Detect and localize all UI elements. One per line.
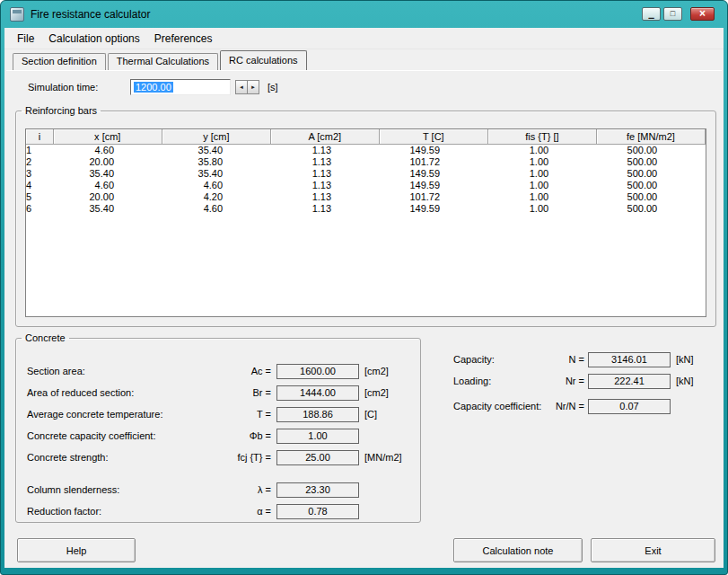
table-cell[interactable]: 500.00: [596, 191, 705, 203]
table-cell[interactable]: 1.00: [487, 203, 596, 215]
table-row[interactable]: 6 35.40 4.60 1.13 149.59 1.00 500.00: [26, 203, 706, 215]
table-cell[interactable]: 35.40: [53, 203, 162, 215]
minimize-button[interactable]: ▁: [642, 7, 661, 21]
value-box: 25.00: [276, 450, 359, 465]
table-cell[interactable]: 149.59: [379, 180, 487, 191]
column-header-fe[interactable]: fe [MN/m2]: [596, 129, 705, 145]
concrete-row-slenderness: Column slenderness: λ = 23.30: [27, 482, 413, 498]
column-header-t[interactable]: T [C]: [379, 129, 487, 145]
table-cell[interactable]: 500.00: [596, 180, 705, 191]
value-box: 0.78: [276, 504, 359, 519]
field-symbol: Br =: [220, 387, 271, 398]
table-cell[interactable]: 1.13: [270, 168, 379, 180]
table-cell[interactable]: 1.00: [487, 180, 596, 191]
table-cell[interactable]: 4: [26, 180, 53, 191]
table-cell[interactable]: 1.00: [487, 191, 596, 203]
field-symbol: Nr =: [543, 376, 584, 386]
table-cell[interactable]: 20.00: [53, 156, 162, 168]
maximize-button[interactable]: □: [663, 7, 682, 21]
table-row[interactable]: 1 4.60 35.40 1.13 149.59 1.00 500.00: [26, 145, 706, 157]
menu-calculation-options[interactable]: Calculation options: [41, 30, 146, 48]
table-row[interactable]: 5 20.00 4.20 1.13 101.72 1.00 500.00: [26, 191, 706, 203]
table-cell[interactable]: 4.60: [162, 180, 270, 191]
tab-section-definition[interactable]: Section definition: [13, 53, 106, 70]
table-cell[interactable]: 3: [26, 168, 53, 180]
titlebar[interactable]: Fire resistance calculator ▁ □ ×: [1, 1, 727, 28]
table-cell[interactable]: 1.13: [270, 191, 379, 203]
table-row[interactable]: 3 35.40 35.40 1.13 149.59 1.00 500.00: [26, 168, 706, 180]
table-cell[interactable]: 35.40: [162, 168, 270, 180]
column-header-i[interactable]: i: [26, 129, 53, 145]
table-cell[interactable]: 1.00: [487, 156, 596, 168]
table-cell[interactable]: 4.60: [53, 145, 162, 157]
field-label: Area of reduced section:: [27, 387, 220, 398]
table-cell[interactable]: 5: [26, 191, 53, 203]
field-symbol: Φb =: [220, 430, 271, 441]
value-box: 188.86: [276, 407, 359, 422]
table-cell[interactable]: 1.13: [270, 145, 379, 157]
table-cell[interactable]: 149.59: [379, 168, 487, 180]
table-row[interactable]: 4 4.60 4.60 1.13 149.59 1.00 500.00: [26, 180, 706, 191]
help-button[interactable]: Help: [17, 538, 136, 562]
menu-file[interactable]: File: [10, 30, 41, 48]
value-box: 1444.00: [276, 385, 359, 401]
simulation-time-label: Simulation time:: [28, 82, 98, 93]
arrow-right-icon: ►: [250, 84, 256, 90]
table-cell[interactable]: 4.60: [162, 203, 270, 215]
rc-calculations-page: Simulation time: 1200.00 ◄ ► [s] Reinfor…: [4, 71, 724, 568]
table-cell[interactable]: 35.40: [162, 145, 270, 157]
column-header-y[interactable]: y [cm]: [162, 129, 270, 145]
menu-preferences[interactable]: Preferences: [147, 30, 220, 48]
field-label: Reduction factor:: [27, 506, 220, 517]
table-cell[interactable]: 1: [26, 145, 53, 157]
table-cell[interactable]: 35.40: [53, 168, 162, 180]
table-cell[interactable]: 6: [26, 203, 53, 215]
table-cell[interactable]: 149.59: [379, 145, 487, 157]
table-cell[interactable]: 35.80: [162, 156, 270, 168]
close-button[interactable]: ×: [690, 7, 715, 21]
maximize-icon: □: [671, 10, 675, 18]
concrete-row-avg-temperature: Average concrete temperature: T = 188.86…: [27, 406, 413, 422]
field-symbol: T =: [220, 409, 271, 420]
table-cell[interactable]: 149.59: [379, 203, 487, 215]
table-cell[interactable]: 101.72: [379, 156, 487, 168]
column-header-fis[interactable]: fis {T} []: [487, 129, 596, 145]
table-cell[interactable]: 500.00: [596, 168, 705, 180]
concrete-group-label: Concrete: [22, 332, 69, 343]
table-cell[interactable]: 500.00: [596, 145, 705, 157]
value-box: 1.00: [276, 429, 359, 444]
value-box: 222.41: [588, 374, 671, 389]
spin-decrement-button[interactable]: ◄: [235, 80, 248, 94]
spin-increment-button[interactable]: ►: [247, 80, 259, 94]
exit-button[interactable]: Exit: [591, 538, 715, 562]
tab-rc-calculations[interactable]: RC calculations: [220, 50, 306, 70]
table-cell[interactable]: 1.00: [487, 145, 596, 157]
field-symbol: α =: [220, 506, 271, 517]
table-cell[interactable]: 1.13: [270, 203, 379, 215]
table-cell[interactable]: 4.20: [162, 191, 270, 203]
concrete-group: Concrete Section area: Ac = 1600.00 [cm2…: [15, 332, 421, 523]
table-cell[interactable]: 2: [26, 156, 53, 168]
column-header-a[interactable]: A [cm2]: [270, 129, 379, 145]
reinforcing-bars-group: Reinforcing bars i x [cm] y [cm]: [15, 105, 716, 327]
table-cell[interactable]: 1.13: [270, 156, 379, 168]
field-label: Concrete strength:: [27, 452, 220, 463]
calculation-note-button[interactable]: Calculation note: [453, 538, 583, 562]
table-cell[interactable]: 20.00: [53, 191, 162, 203]
table-cell[interactable]: 1.13: [270, 180, 379, 191]
table-cell[interactable]: 500.00: [596, 156, 705, 168]
table-cell[interactable]: 1.00: [487, 168, 596, 180]
table-row[interactable]: 2 20.00 35.80 1.13 101.72 1.00 500.00: [26, 156, 706, 168]
tab-thermal-calculations[interactable]: Thermal Calculations: [108, 53, 218, 70]
table-cell[interactable]: 101.72: [379, 191, 487, 203]
tab-bar: Section definition Thermal Calculations …: [13, 50, 309, 70]
field-unit: [cm2]: [364, 366, 389, 376]
field-symbol: Ac =: [220, 366, 271, 376]
column-header-x[interactable]: x [cm]: [53, 129, 162, 145]
reinforcing-bars-table[interactable]: i x [cm] y [cm] A [cm2] T [C] fis {T} []…: [25, 128, 706, 317]
table-cell[interactable]: 500.00: [596, 203, 705, 215]
table-cell[interactable]: 4.60: [53, 180, 162, 191]
field-unit: [kN]: [676, 376, 694, 386]
simulation-time-input[interactable]: 1200.00: [130, 79, 231, 95]
field-symbol: N =: [543, 354, 584, 365]
